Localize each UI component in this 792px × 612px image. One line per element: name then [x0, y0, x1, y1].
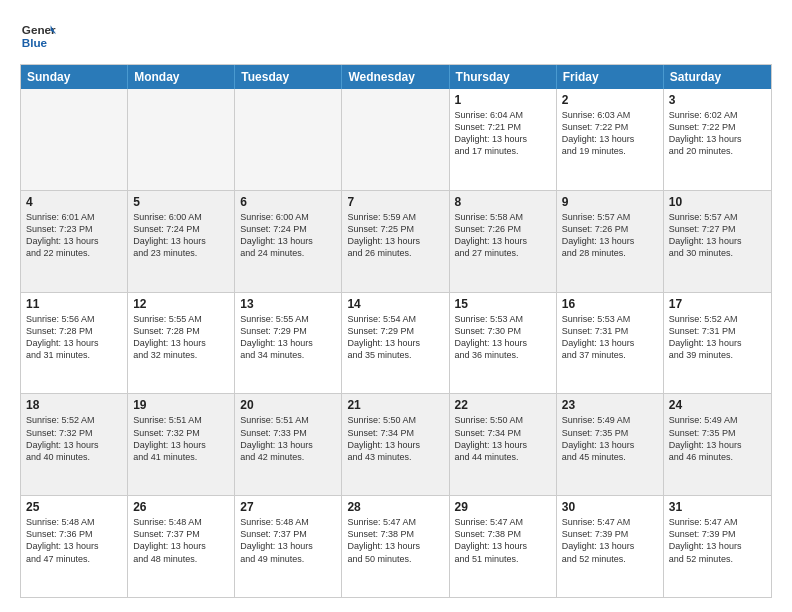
- day-info: Sunrise: 5:53 AM Sunset: 7:31 PM Dayligh…: [562, 313, 658, 362]
- day-info: Sunrise: 5:53 AM Sunset: 7:30 PM Dayligh…: [455, 313, 551, 362]
- day-number: 20: [240, 398, 336, 412]
- day-cell-17: 17Sunrise: 5:52 AM Sunset: 7:31 PM Dayli…: [664, 293, 771, 394]
- day-cell-1: 1Sunrise: 6:04 AM Sunset: 7:21 PM Daylig…: [450, 89, 557, 190]
- day-info: Sunrise: 5:47 AM Sunset: 7:39 PM Dayligh…: [562, 516, 658, 565]
- day-info: Sunrise: 5:57 AM Sunset: 7:27 PM Dayligh…: [669, 211, 766, 260]
- day-cell-8: 8Sunrise: 5:58 AM Sunset: 7:26 PM Daylig…: [450, 191, 557, 292]
- day-cell-31: 31Sunrise: 5:47 AM Sunset: 7:39 PM Dayli…: [664, 496, 771, 597]
- day-number: 11: [26, 297, 122, 311]
- logo: General Blue: [20, 18, 56, 54]
- day-of-week-wednesday: Wednesday: [342, 65, 449, 89]
- day-info: Sunrise: 6:00 AM Sunset: 7:24 PM Dayligh…: [133, 211, 229, 260]
- day-info: Sunrise: 6:02 AM Sunset: 7:22 PM Dayligh…: [669, 109, 766, 158]
- day-cell-10: 10Sunrise: 5:57 AM Sunset: 7:27 PM Dayli…: [664, 191, 771, 292]
- day-cell-5: 5Sunrise: 6:00 AM Sunset: 7:24 PM Daylig…: [128, 191, 235, 292]
- day-info: Sunrise: 5:51 AM Sunset: 7:32 PM Dayligh…: [133, 414, 229, 463]
- day-cell-23: 23Sunrise: 5:49 AM Sunset: 7:35 PM Dayli…: [557, 394, 664, 495]
- calendar-body: 1Sunrise: 6:04 AM Sunset: 7:21 PM Daylig…: [21, 89, 771, 597]
- day-info: Sunrise: 5:48 AM Sunset: 7:36 PM Dayligh…: [26, 516, 122, 565]
- day-number: 16: [562, 297, 658, 311]
- day-cell-2: 2Sunrise: 6:03 AM Sunset: 7:22 PM Daylig…: [557, 89, 664, 190]
- day-cell-7: 7Sunrise: 5:59 AM Sunset: 7:25 PM Daylig…: [342, 191, 449, 292]
- day-number: 30: [562, 500, 658, 514]
- day-cell-16: 16Sunrise: 5:53 AM Sunset: 7:31 PM Dayli…: [557, 293, 664, 394]
- day-info: Sunrise: 5:47 AM Sunset: 7:38 PM Dayligh…: [347, 516, 443, 565]
- day-cell-15: 15Sunrise: 5:53 AM Sunset: 7:30 PM Dayli…: [450, 293, 557, 394]
- day-info: Sunrise: 5:55 AM Sunset: 7:29 PM Dayligh…: [240, 313, 336, 362]
- day-info: Sunrise: 6:04 AM Sunset: 7:21 PM Dayligh…: [455, 109, 551, 158]
- svg-text:Blue: Blue: [22, 36, 48, 49]
- day-number: 10: [669, 195, 766, 209]
- day-info: Sunrise: 5:52 AM Sunset: 7:32 PM Dayligh…: [26, 414, 122, 463]
- day-number: 27: [240, 500, 336, 514]
- day-of-week-saturday: Saturday: [664, 65, 771, 89]
- day-cell-18: 18Sunrise: 5:52 AM Sunset: 7:32 PM Dayli…: [21, 394, 128, 495]
- day-info: Sunrise: 5:54 AM Sunset: 7:29 PM Dayligh…: [347, 313, 443, 362]
- day-number: 31: [669, 500, 766, 514]
- day-info: Sunrise: 5:47 AM Sunset: 7:38 PM Dayligh…: [455, 516, 551, 565]
- day-number: 3: [669, 93, 766, 107]
- day-number: 8: [455, 195, 551, 209]
- day-cell-14: 14Sunrise: 5:54 AM Sunset: 7:29 PM Dayli…: [342, 293, 449, 394]
- day-info: Sunrise: 5:50 AM Sunset: 7:34 PM Dayligh…: [347, 414, 443, 463]
- day-info: Sunrise: 6:00 AM Sunset: 7:24 PM Dayligh…: [240, 211, 336, 260]
- calendar-row-4: 25Sunrise: 5:48 AM Sunset: 7:36 PM Dayli…: [21, 495, 771, 597]
- day-number: 4: [26, 195, 122, 209]
- day-cell-28: 28Sunrise: 5:47 AM Sunset: 7:38 PM Dayli…: [342, 496, 449, 597]
- day-number: 5: [133, 195, 229, 209]
- day-info: Sunrise: 5:55 AM Sunset: 7:28 PM Dayligh…: [133, 313, 229, 362]
- day-number: 26: [133, 500, 229, 514]
- day-of-week-monday: Monday: [128, 65, 235, 89]
- day-cell-22: 22Sunrise: 5:50 AM Sunset: 7:34 PM Dayli…: [450, 394, 557, 495]
- day-number: 1: [455, 93, 551, 107]
- day-of-week-sunday: Sunday: [21, 65, 128, 89]
- day-number: 17: [669, 297, 766, 311]
- day-of-week-friday: Friday: [557, 65, 664, 89]
- day-of-week-tuesday: Tuesday: [235, 65, 342, 89]
- day-cell-9: 9Sunrise: 5:57 AM Sunset: 7:26 PM Daylig…: [557, 191, 664, 292]
- day-number: 18: [26, 398, 122, 412]
- day-cell-6: 6Sunrise: 6:00 AM Sunset: 7:24 PM Daylig…: [235, 191, 342, 292]
- day-info: Sunrise: 6:03 AM Sunset: 7:22 PM Dayligh…: [562, 109, 658, 158]
- day-number: 2: [562, 93, 658, 107]
- calendar-row-0: 1Sunrise: 6:04 AM Sunset: 7:21 PM Daylig…: [21, 89, 771, 190]
- calendar-row-2: 11Sunrise: 5:56 AM Sunset: 7:28 PM Dayli…: [21, 292, 771, 394]
- header: General Blue: [20, 18, 772, 54]
- day-cell-29: 29Sunrise: 5:47 AM Sunset: 7:38 PM Dayli…: [450, 496, 557, 597]
- day-info: Sunrise: 5:52 AM Sunset: 7:31 PM Dayligh…: [669, 313, 766, 362]
- day-number: 25: [26, 500, 122, 514]
- day-cell-25: 25Sunrise: 5:48 AM Sunset: 7:36 PM Dayli…: [21, 496, 128, 597]
- day-cell-13: 13Sunrise: 5:55 AM Sunset: 7:29 PM Dayli…: [235, 293, 342, 394]
- day-cell-27: 27Sunrise: 5:48 AM Sunset: 7:37 PM Dayli…: [235, 496, 342, 597]
- day-info: Sunrise: 5:48 AM Sunset: 7:37 PM Dayligh…: [133, 516, 229, 565]
- day-info: Sunrise: 5:51 AM Sunset: 7:33 PM Dayligh…: [240, 414, 336, 463]
- day-cell-24: 24Sunrise: 5:49 AM Sunset: 7:35 PM Dayli…: [664, 394, 771, 495]
- day-number: 23: [562, 398, 658, 412]
- day-number: 7: [347, 195, 443, 209]
- day-number: 12: [133, 297, 229, 311]
- day-info: Sunrise: 5:59 AM Sunset: 7:25 PM Dayligh…: [347, 211, 443, 260]
- day-info: Sunrise: 5:56 AM Sunset: 7:28 PM Dayligh…: [26, 313, 122, 362]
- day-number: 24: [669, 398, 766, 412]
- day-number: 28: [347, 500, 443, 514]
- day-number: 22: [455, 398, 551, 412]
- day-info: Sunrise: 6:01 AM Sunset: 7:23 PM Dayligh…: [26, 211, 122, 260]
- calendar-row-3: 18Sunrise: 5:52 AM Sunset: 7:32 PM Dayli…: [21, 393, 771, 495]
- day-number: 9: [562, 195, 658, 209]
- empty-cell: [128, 89, 235, 190]
- day-cell-12: 12Sunrise: 5:55 AM Sunset: 7:28 PM Dayli…: [128, 293, 235, 394]
- calendar-header: SundayMondayTuesdayWednesdayThursdayFrid…: [21, 65, 771, 89]
- day-number: 14: [347, 297, 443, 311]
- day-info: Sunrise: 5:48 AM Sunset: 7:37 PM Dayligh…: [240, 516, 336, 565]
- logo-icon: General Blue: [20, 18, 56, 54]
- day-info: Sunrise: 5:49 AM Sunset: 7:35 PM Dayligh…: [669, 414, 766, 463]
- day-cell-30: 30Sunrise: 5:47 AM Sunset: 7:39 PM Dayli…: [557, 496, 664, 597]
- day-number: 15: [455, 297, 551, 311]
- day-cell-20: 20Sunrise: 5:51 AM Sunset: 7:33 PM Dayli…: [235, 394, 342, 495]
- day-info: Sunrise: 5:50 AM Sunset: 7:34 PM Dayligh…: [455, 414, 551, 463]
- day-of-week-thursday: Thursday: [450, 65, 557, 89]
- day-number: 21: [347, 398, 443, 412]
- day-info: Sunrise: 5:49 AM Sunset: 7:35 PM Dayligh…: [562, 414, 658, 463]
- empty-cell: [342, 89, 449, 190]
- page: General Blue SundayMondayTuesdayWednesda…: [0, 0, 792, 612]
